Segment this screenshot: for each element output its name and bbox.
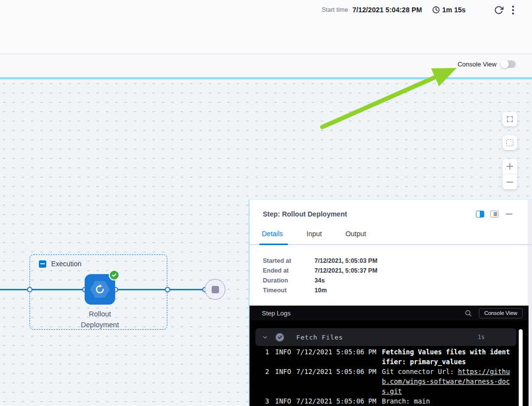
log-line: 3 INFO 7/12/2021 5:05:06 PM Branch: main: [250, 396, 523, 406]
detail-label: Started at: [263, 257, 314, 264]
log-group-name: Fetch Files: [296, 334, 343, 341]
collapse-group-icon[interactable]: [39, 260, 46, 268]
log-timestamp: 7/12/2021 5:05:06 PM: [296, 396, 377, 406]
log-group-fetch-files[interactable]: Fetch Files 1s: [255, 328, 516, 346]
step-logs-header: Step Logs Console View: [250, 306, 529, 320]
fullscreen-button[interactable]: [502, 112, 517, 126]
canvas-controls: [502, 112, 517, 189]
log-message: Git connector Url: https://github.com/wi…: [382, 367, 514, 396]
connector-port: [165, 287, 170, 292]
execution-group-label: Execution: [51, 260, 81, 268]
step-logs-title: Step Logs: [262, 310, 291, 317]
log-line-number: 3: [250, 396, 269, 406]
split-view-icon[interactable]: [476, 211, 484, 218]
step-details-panel: Step: Rollout Deployment Details Input O…: [249, 199, 532, 406]
refresh-icon: [494, 5, 503, 15]
top-header: Start time 7/12/2021 5:04:28 PM 1m 15s: [0, 0, 532, 54]
fullscreen-icon: [506, 116, 513, 123]
detail-label: Ended at: [263, 267, 314, 274]
log-console[interactable]: Fetch Files 1s 1 INFO 7/12/2021 5:05:06 …: [250, 320, 529, 406]
pipeline-end-node[interactable]: [205, 279, 225, 300]
chevron-down-icon: [262, 334, 268, 341]
step-logs-actions: Console View: [465, 308, 523, 318]
console-view-label: Console View: [458, 61, 497, 68]
check-circle-icon: [276, 333, 284, 342]
detail-value: 7/12/2021, 5:05:37 PM: [314, 267, 377, 274]
log-lines: 1 INFO 7/12/2021 5:05:06 PM Fetching Val…: [250, 347, 523, 406]
zoom-group: [502, 159, 517, 189]
minus-icon: [506, 178, 514, 186]
fit-to-screen-button[interactable]: [502, 135, 517, 150]
clock-icon: [432, 6, 440, 14]
detail-value: 7/12/2021, 5:05:03 PM: [314, 257, 377, 264]
log-line: 1 INFO 7/12/2021 5:05:06 PM Fetching Val…: [250, 347, 523, 367]
check-icon: [112, 273, 117, 278]
start-time-value: 7/12/2021 5:04:28 PM: [352, 6, 422, 14]
minimize-panel-icon[interactable]: [506, 214, 512, 215]
node-label-line2: Deployment: [61, 319, 139, 330]
tabs-divider: [250, 244, 532, 245]
log-level: INFO: [275, 367, 292, 376]
connector-port: [27, 287, 32, 292]
logs-console-view-button[interactable]: Console View: [479, 308, 523, 318]
detail-row: Duration 34s: [263, 276, 377, 285]
elapsed-value: 1m 15s: [442, 6, 466, 14]
log-timestamp: 7/12/2021 5:05:06 PM: [296, 347, 377, 357]
console-view-toggle-group: Console View: [458, 61, 516, 68]
detail-label: Timeout: [263, 287, 314, 294]
log-line-number: 1: [250, 347, 269, 357]
panel-tabs: Details Input Output: [262, 230, 366, 238]
detail-row: Timeout 10m: [263, 285, 377, 295]
node-label-line1: Rollout: [61, 309, 139, 319]
rollout-deployment-node[interactable]: [85, 274, 115, 305]
log-line: 2 INFO 7/12/2021 5:05:06 PM Git connecto…: [250, 367, 523, 396]
zoom-in-button[interactable]: [502, 159, 517, 174]
search-icon[interactable]: [465, 310, 472, 317]
more-options-button[interactable]: [512, 5, 514, 15]
dock-view-icon[interactable]: [490, 211, 499, 218]
rollout-refresh-icon: [94, 284, 105, 295]
log-message: Branch: main: [382, 396, 514, 406]
toggle-knob: [501, 60, 509, 68]
pipeline-execution-screen: Start time 7/12/2021 5:04:28 PM 1m 15s: [0, 0, 532, 406]
tab-details[interactable]: Details: [262, 230, 283, 238]
tab-output[interactable]: Output: [345, 230, 366, 238]
active-tab-indicator: [259, 244, 288, 245]
elapsed-duration: 1m 15s: [432, 6, 466, 14]
execution-group-header: Execution: [39, 260, 81, 268]
panel-title: Step: Rollout Deployment: [263, 210, 347, 218]
zoom-out-button[interactable]: [502, 174, 517, 189]
detail-row: Started at 7/12/2021, 5:05:03 PM: [263, 256, 377, 266]
detail-value: 10m: [314, 287, 327, 294]
console-view-toggle[interactable]: [501, 61, 516, 68]
stage-toolbar: Console View: [0, 54, 532, 79]
step-details: Started at 7/12/2021, 5:05:03 PM Ended a…: [263, 256, 377, 295]
detail-row: Ended at 7/12/2021, 5:05:37 PM: [263, 266, 377, 276]
kebab-menu-icon: [512, 5, 514, 15]
success-badge: [110, 271, 119, 280]
log-scrollbar-thumb[interactable]: [519, 329, 523, 406]
stop-icon: [212, 286, 219, 293]
plus-icon: [506, 162, 514, 170]
log-level: INFO: [275, 396, 292, 406]
log-timestamp: 7/12/2021 5:05:06 PM: [296, 367, 377, 376]
tab-input[interactable]: Input: [307, 230, 322, 238]
detail-label: Duration: [263, 277, 314, 284]
log-level: INFO: [275, 347, 292, 357]
log-line-number: 2: [250, 367, 269, 376]
refresh-button[interactable]: [494, 5, 503, 15]
log-message-text: Git connector Url:: [382, 368, 458, 375]
panel-header-icons: [476, 211, 512, 218]
start-time-label: Start time: [322, 6, 348, 13]
log-message: Fetching Values files with identifier: p…: [382, 347, 514, 367]
node-label: Rollout Deployment: [61, 309, 139, 330]
log-group-duration: 1s: [478, 334, 485, 341]
detail-value: 34s: [314, 277, 325, 284]
execution-meta: Start time 7/12/2021 5:04:28 PM 1m 15s: [322, 4, 514, 15]
fit-to-screen-icon: [506, 139, 513, 146]
